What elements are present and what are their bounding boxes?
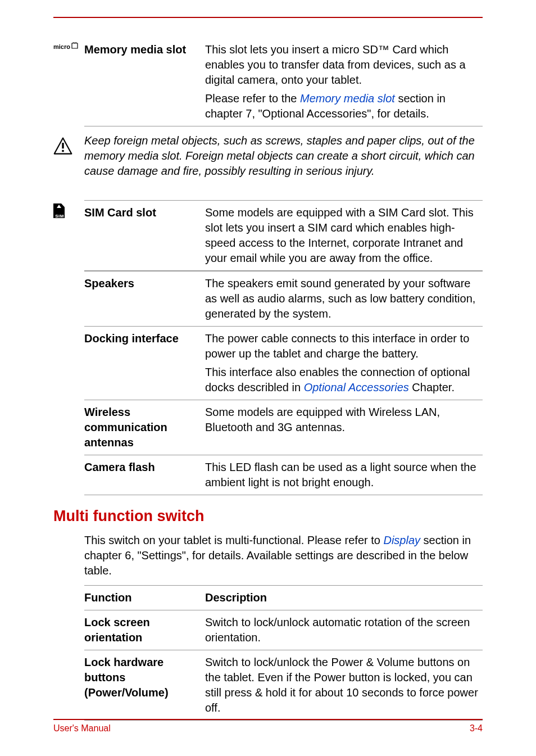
display-link[interactable]: Display bbox=[383, 534, 420, 546]
docking-interface-description: The power cable connects to this interfa… bbox=[205, 331, 483, 395]
multi-function-switch-heading: Multi function switch bbox=[53, 508, 483, 525]
memory-media-slot-label: Memory media slot bbox=[84, 42, 205, 121]
lock-screen-orientation-description: Switch to lock/unlock automatic rotation… bbox=[205, 615, 483, 645]
lock-screen-orientation-label: Lock screen orientation bbox=[84, 615, 205, 645]
docking-interface-label: Docking interface bbox=[84, 331, 205, 395]
microsd-icon: micro bbox=[53, 43, 79, 50]
lock-hardware-buttons-description: Switch to lock/unlock the Power & Volume… bbox=[205, 655, 483, 716]
svg-rect-1 bbox=[62, 143, 63, 148]
memory-media-slot-link[interactable]: Memory media slot bbox=[300, 92, 395, 105]
wireless-antennas-label: Wireless communication antennas bbox=[84, 405, 205, 450]
function-header: Function bbox=[84, 590, 205, 605]
lock-hardware-buttons-label: Lock hardware buttons (Power/Volume) bbox=[84, 655, 205, 716]
speakers-label: Speakers bbox=[84, 276, 205, 322]
sim-card-slot-description: Some models are equipped with a SIM Card… bbox=[205, 205, 483, 266]
speakers-description: The speakers emit sound generated by you… bbox=[205, 276, 483, 322]
footer-page-number: 3-4 bbox=[470, 723, 483, 734]
wireless-antennas-description: Some models are equipped with Wireless L… bbox=[205, 405, 483, 450]
sim-icon: SIM bbox=[53, 203, 66, 219]
optional-accessories-link[interactable]: Optional Accessories bbox=[304, 381, 409, 393]
memory-media-slot-description: This slot lets you insert a micro SD™ Ca… bbox=[205, 42, 483, 121]
multi-function-switch-intro: This switch on your tablet is multi-func… bbox=[84, 533, 483, 578]
description-header: Description bbox=[205, 590, 483, 605]
warning-icon bbox=[53, 137, 72, 156]
warning-text: Keep foreign metal objects, such as scre… bbox=[84, 133, 483, 179]
camera-flash-label: Camera flash bbox=[84, 460, 205, 490]
camera-flash-description: This LED flash can be used as a light so… bbox=[205, 460, 483, 490]
footer-manual-title: User's Manual bbox=[53, 723, 111, 734]
svg-rect-2 bbox=[62, 150, 63, 152]
sim-card-slot-label: SIM Card slot bbox=[84, 205, 205, 266]
